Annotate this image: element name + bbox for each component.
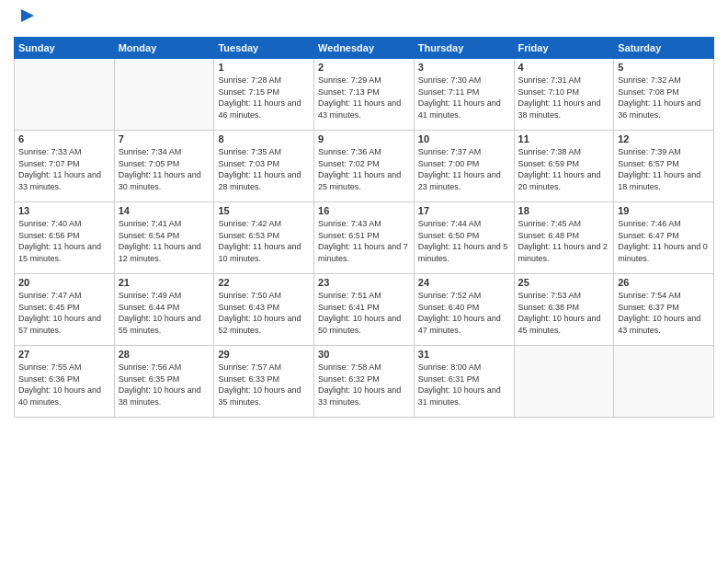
calendar-cell: 26Sunrise: 7:54 AMSunset: 6:37 PMDayligh…	[614, 274, 714, 346]
day-number: 30	[318, 349, 410, 360]
day-info: Sunrise: 7:34 AMSunset: 7:05 PMDaylight:…	[119, 146, 210, 192]
calendar-page: SundayMondayTuesdayWednesdayThursdayFrid…	[0, 0, 728, 563]
day-number: 20	[18, 277, 110, 288]
calendar-cell: 4Sunrise: 7:31 AMSunset: 7:10 PMDaylight…	[514, 59, 614, 131]
week-row-2: 6Sunrise: 7:33 AMSunset: 7:07 PMDaylight…	[15, 131, 714, 202]
calendar-cell: 12Sunrise: 7:39 AMSunset: 6:57 PMDayligh…	[614, 131, 714, 202]
day-info: Sunrise: 7:55 AMSunset: 6:36 PMDaylight:…	[18, 362, 110, 408]
weekday-header-monday: Monday	[114, 38, 214, 59]
day-info: Sunrise: 7:54 AMSunset: 6:37 PMDaylight:…	[618, 290, 710, 336]
day-number: 3	[418, 62, 510, 73]
calendar-cell: 1Sunrise: 7:28 AMSunset: 7:15 PMDaylight…	[214, 59, 314, 131]
logo	[14, 9, 38, 29]
day-number: 28	[119, 349, 210, 360]
day-number: 19	[618, 205, 710, 216]
day-info: Sunrise: 7:33 AMSunset: 7:07 PMDaylight:…	[18, 146, 110, 192]
day-number: 5	[618, 62, 710, 73]
calendar-cell: 22Sunrise: 7:50 AMSunset: 6:43 PMDayligh…	[214, 274, 314, 346]
day-number: 31	[418, 349, 510, 360]
day-info: Sunrise: 7:31 AMSunset: 7:10 PMDaylight:…	[518, 75, 610, 121]
day-info: Sunrise: 7:39 AMSunset: 6:57 PMDaylight:…	[618, 146, 710, 192]
day-number: 17	[418, 205, 510, 216]
day-number: 21	[119, 277, 210, 288]
calendar-cell	[15, 59, 115, 131]
weekday-header-wednesday: Wednesday	[314, 38, 415, 59]
day-info: Sunrise: 7:56 AMSunset: 6:35 PMDaylight:…	[119, 362, 210, 408]
weekday-header-row: SundayMondayTuesdayWednesdayThursdayFrid…	[15, 38, 714, 59]
svg-marker-0	[21, 9, 34, 22]
day-number: 26	[618, 277, 710, 288]
calendar-cell: 9Sunrise: 7:36 AMSunset: 7:02 PMDaylight…	[314, 131, 415, 202]
calendar-cell: 25Sunrise: 7:53 AMSunset: 6:38 PMDayligh…	[514, 274, 614, 346]
week-row-4: 20Sunrise: 7:47 AMSunset: 6:45 PMDayligh…	[15, 274, 714, 346]
day-number: 1	[218, 62, 310, 73]
calendar-cell: 30Sunrise: 7:58 AMSunset: 6:32 PMDayligh…	[314, 346, 415, 418]
logo-text	[14, 9, 38, 29]
week-row-5: 27Sunrise: 7:55 AMSunset: 6:36 PMDayligh…	[15, 346, 714, 418]
day-info: Sunrise: 7:37 AMSunset: 7:00 PMDaylight:…	[418, 146, 510, 192]
calendar-cell: 3Sunrise: 7:30 AMSunset: 7:11 PMDaylight…	[414, 59, 514, 131]
day-number: 7	[119, 133, 210, 144]
calendar-cell: 28Sunrise: 7:56 AMSunset: 6:35 PMDayligh…	[114, 346, 214, 418]
day-info: Sunrise: 7:51 AMSunset: 6:41 PMDaylight:…	[318, 290, 410, 336]
day-info: Sunrise: 8:00 AMSunset: 6:31 PMDaylight:…	[418, 362, 510, 408]
logo-arrow-icon	[17, 6, 38, 29]
day-info: Sunrise: 7:40 AMSunset: 6:56 PMDaylight:…	[18, 218, 110, 264]
day-number: 16	[318, 205, 410, 216]
day-info: Sunrise: 7:53 AMSunset: 6:38 PMDaylight:…	[518, 290, 610, 336]
calendar-cell: 11Sunrise: 7:38 AMSunset: 6:59 PMDayligh…	[514, 131, 614, 202]
day-number: 13	[18, 205, 110, 216]
calendar-cell: 18Sunrise: 7:45 AMSunset: 6:48 PMDayligh…	[514, 202, 614, 274]
day-info: Sunrise: 7:32 AMSunset: 7:08 PMDaylight:…	[618, 75, 710, 121]
day-info: Sunrise: 7:45 AMSunset: 6:48 PMDaylight:…	[518, 218, 610, 264]
day-info: Sunrise: 7:42 AMSunset: 6:53 PMDaylight:…	[218, 218, 310, 264]
calendar-cell: 13Sunrise: 7:40 AMSunset: 6:56 PMDayligh…	[15, 202, 115, 274]
day-info: Sunrise: 7:46 AMSunset: 6:47 PMDaylight:…	[618, 218, 710, 264]
calendar-cell: 29Sunrise: 7:57 AMSunset: 6:33 PMDayligh…	[214, 346, 314, 418]
day-number: 4	[518, 62, 610, 73]
week-row-3: 13Sunrise: 7:40 AMSunset: 6:56 PMDayligh…	[15, 202, 714, 274]
calendar-table: SundayMondayTuesdayWednesdayThursdayFrid…	[14, 37, 714, 418]
calendar-cell: 24Sunrise: 7:52 AMSunset: 6:40 PMDayligh…	[414, 274, 514, 346]
calendar-cell: 23Sunrise: 7:51 AMSunset: 6:41 PMDayligh…	[314, 274, 415, 346]
day-number: 9	[318, 133, 410, 144]
header	[14, 9, 714, 29]
day-number: 6	[18, 133, 110, 144]
day-number: 2	[318, 62, 410, 73]
calendar-cell: 17Sunrise: 7:44 AMSunset: 6:50 PMDayligh…	[414, 202, 514, 274]
day-info: Sunrise: 7:57 AMSunset: 6:33 PMDaylight:…	[218, 362, 310, 408]
calendar-cell: 7Sunrise: 7:34 AMSunset: 7:05 PMDaylight…	[114, 131, 214, 202]
day-number: 24	[418, 277, 510, 288]
day-number: 18	[518, 205, 610, 216]
day-number: 22	[218, 277, 310, 288]
day-number: 27	[18, 349, 110, 360]
weekday-header-friday: Friday	[514, 38, 614, 59]
day-info: Sunrise: 7:36 AMSunset: 7:02 PMDaylight:…	[318, 146, 410, 192]
day-number: 14	[119, 205, 210, 216]
logo-area	[14, 9, 38, 29]
day-info: Sunrise: 7:30 AMSunset: 7:11 PMDaylight:…	[418, 75, 510, 121]
day-info: Sunrise: 7:28 AMSunset: 7:15 PMDaylight:…	[218, 75, 310, 121]
day-number: 29	[218, 349, 310, 360]
day-info: Sunrise: 7:58 AMSunset: 6:32 PMDaylight:…	[318, 362, 410, 408]
day-info: Sunrise: 7:52 AMSunset: 6:40 PMDaylight:…	[418, 290, 510, 336]
calendar-cell: 27Sunrise: 7:55 AMSunset: 6:36 PMDayligh…	[15, 346, 115, 418]
day-info: Sunrise: 7:41 AMSunset: 6:54 PMDaylight:…	[119, 218, 210, 264]
day-info: Sunrise: 7:43 AMSunset: 6:51 PMDaylight:…	[318, 218, 410, 264]
day-info: Sunrise: 7:49 AMSunset: 6:44 PMDaylight:…	[119, 290, 210, 336]
calendar-cell: 8Sunrise: 7:35 AMSunset: 7:03 PMDaylight…	[214, 131, 314, 202]
calendar-cell	[514, 346, 614, 418]
calendar-cell: 19Sunrise: 7:46 AMSunset: 6:47 PMDayligh…	[614, 202, 714, 274]
calendar-cell: 14Sunrise: 7:41 AMSunset: 6:54 PMDayligh…	[114, 202, 214, 274]
weekday-header-tuesday: Tuesday	[214, 38, 314, 59]
day-number: 15	[218, 205, 310, 216]
weekday-header-thursday: Thursday	[414, 38, 514, 59]
weekday-header-sunday: Sunday	[15, 38, 115, 59]
week-row-1: 1Sunrise: 7:28 AMSunset: 7:15 PMDaylight…	[15, 59, 714, 131]
day-info: Sunrise: 7:38 AMSunset: 6:59 PMDaylight:…	[518, 146, 610, 192]
calendar-cell	[614, 346, 714, 418]
calendar-cell	[114, 59, 214, 131]
day-info: Sunrise: 7:50 AMSunset: 6:43 PMDaylight:…	[218, 290, 310, 336]
calendar-cell: 5Sunrise: 7:32 AMSunset: 7:08 PMDaylight…	[614, 59, 714, 131]
calendar-cell: 20Sunrise: 7:47 AMSunset: 6:45 PMDayligh…	[15, 274, 115, 346]
